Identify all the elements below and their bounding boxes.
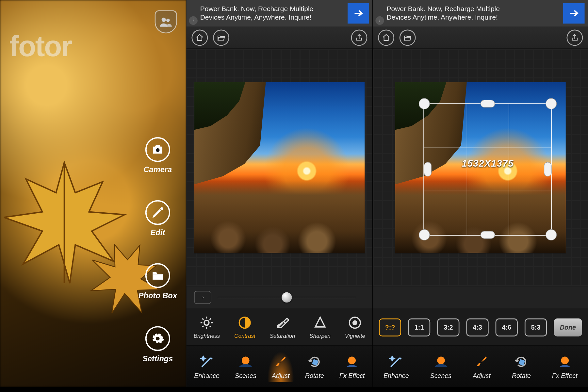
home-icon — [195, 33, 204, 42]
canvas-area: 1532X1375 — [373, 49, 588, 286]
ad-banner[interactable]: i Power Bank. Now, Recharge MultipleDevi… — [187, 0, 372, 26]
tab-rotate[interactable]: Rotate — [301, 351, 328, 382]
tab-enhance[interactable]: Enhance — [190, 351, 224, 382]
menu-label: Camera — [143, 165, 172, 174]
tab-fx[interactable]: Fx Effect — [335, 351, 369, 382]
tab-label: Scenes — [430, 372, 452, 379]
spacer-row — [373, 286, 588, 309]
tab-rotate[interactable]: Rotate — [508, 351, 535, 382]
folder-open-icon — [403, 33, 412, 42]
info-icon[interactable]: i — [189, 16, 198, 25]
editor-pane-adjust: i Power Bank. Now, Recharge MultipleDevi… — [187, 0, 372, 387]
ratio-1-1[interactable]: 1:1 — [408, 318, 430, 336]
tool-vignette[interactable]: Vignette — [345, 316, 365, 339]
scenes-icon — [238, 354, 253, 369]
home-button[interactable] — [378, 29, 394, 46]
tab-label: Scenes — [235, 372, 256, 379]
svg-line-12 — [203, 326, 204, 327]
svg-point-16 — [242, 356, 250, 364]
adjust-tools-row: Brightness Contrast Saturation Sharpen V… — [187, 309, 372, 346]
tab-label: Enhance — [194, 372, 220, 379]
open-button[interactable] — [213, 29, 229, 46]
eyedropper-icon — [275, 316, 290, 330]
menu-photobox[interactable]: Photo Box — [139, 263, 177, 301]
community-button[interactable] — [155, 10, 177, 33]
crop-handle-bl[interactable] — [419, 229, 430, 240]
tab-adjust[interactable]: Adjust — [268, 351, 294, 382]
share-button[interactable] — [351, 29, 368, 46]
tab-label: Enhance — [384, 372, 409, 379]
sharpen-icon — [313, 316, 327, 330]
tool-label: Saturation — [270, 333, 295, 339]
sidebar-menu: Camera Edit Photo Box Settings — [139, 137, 177, 364]
contrast-icon — [237, 316, 252, 330]
brush-icon — [474, 354, 489, 369]
slider-reset-button[interactable]: ◦ — [194, 291, 211, 304]
tab-scenes[interactable]: Scenes — [426, 351, 456, 382]
arrow-right-icon — [568, 8, 580, 19]
tab-scenes[interactable]: Scenes — [231, 351, 261, 382]
pencil-icon — [151, 206, 164, 219]
menu-camera[interactable]: Camera — [143, 137, 172, 174]
ad-arrow-button[interactable] — [348, 3, 369, 24]
ad-arrow-button[interactable] — [563, 3, 585, 24]
menu-settings[interactable]: Settings — [142, 326, 173, 363]
tab-label: Rotate — [512, 372, 531, 379]
vignette-icon — [348, 316, 363, 330]
svg-line-10 — [210, 326, 211, 327]
preview-image[interactable]: 1532X1375 — [395, 82, 566, 253]
share-button[interactable] — [566, 29, 583, 46]
arrow-right-icon — [353, 8, 364, 19]
ad-banner[interactable]: i Power Bank. Now, Recharge MultipleDevi… — [373, 0, 588, 26]
crop-dimensions: 1532X1375 — [462, 158, 514, 169]
crop-handle-right[interactable] — [544, 162, 552, 176]
info-icon[interactable]: i — [375, 16, 384, 25]
ratio-5-3[interactable]: 5:3 — [525, 318, 547, 336]
crop-handle-left[interactable] — [424, 162, 432, 176]
svg-point-19 — [437, 356, 445, 364]
tool-saturation[interactable]: Saturation — [270, 316, 295, 339]
slider-thumb[interactable] — [282, 292, 292, 302]
menu-label: Edit — [151, 228, 165, 237]
editor-topbar — [187, 26, 372, 49]
crop-frame[interactable]: 1532X1375 — [423, 103, 552, 236]
home-button[interactable] — [191, 29, 208, 46]
crop-handle-tl[interactable] — [419, 98, 430, 109]
svg-point-2 — [166, 19, 170, 22]
tool-brightness[interactable]: Brightness — [194, 316, 220, 339]
crop-done-button[interactable]: Done — [554, 318, 582, 336]
preview-image[interactable] — [194, 82, 365, 253]
ratio-3-2[interactable]: 3:2 — [437, 318, 459, 336]
mode-tabs: Enhance Scenes Adjust Rotate Fx Effect — [373, 346, 588, 387]
open-button[interactable] — [400, 29, 416, 46]
tab-fx[interactable]: Fx Effect — [548, 351, 582, 382]
scenes-icon — [433, 354, 449, 369]
share-icon — [355, 33, 363, 42]
crop-handle-bottom[interactable] — [481, 231, 495, 239]
tool-contrast[interactable]: Contrast — [234, 316, 255, 339]
crop-handle-top[interactable] — [481, 100, 495, 107]
tab-label: Rotate — [305, 372, 324, 379]
tool-label: Vignette — [345, 333, 365, 339]
tab-adjust[interactable]: Adjust — [468, 351, 495, 382]
adjust-slider[interactable] — [217, 297, 356, 298]
ratio-4-3[interactable]: 4:3 — [466, 318, 488, 336]
tab-enhance[interactable]: Enhance — [379, 351, 413, 382]
menu-label: Settings — [142, 354, 173, 364]
ratio-4-6[interactable]: 4:6 — [496, 318, 518, 336]
wand-icon — [199, 354, 215, 369]
tab-label: Adjust — [473, 372, 491, 379]
rotate-icon — [307, 354, 322, 369]
tab-label: Fx Effect — [339, 372, 365, 379]
rotate-icon — [514, 354, 529, 369]
svg-point-21 — [561, 356, 569, 364]
ad-text: Power Bank. Now, Recharge MultipleDevice… — [385, 5, 563, 22]
ratio-free[interactable]: ?:? — [379, 318, 401, 336]
mode-tabs: Enhance Scenes Adjust Rotate Fx Effect — [187, 346, 372, 387]
tool-sharpen[interactable]: Sharpen — [309, 316, 330, 339]
crop-handle-br[interactable] — [546, 229, 557, 240]
crop-handle-tr[interactable] — [546, 98, 557, 109]
menu-edit[interactable]: Edit — [145, 200, 170, 237]
home-sidebar: fotor Camera Edit Photo Box Settings — [0, 0, 187, 387]
aspect-ratio-row: ?:? 1:1 3:2 4:3 4:6 5:3 Done — [373, 309, 588, 346]
